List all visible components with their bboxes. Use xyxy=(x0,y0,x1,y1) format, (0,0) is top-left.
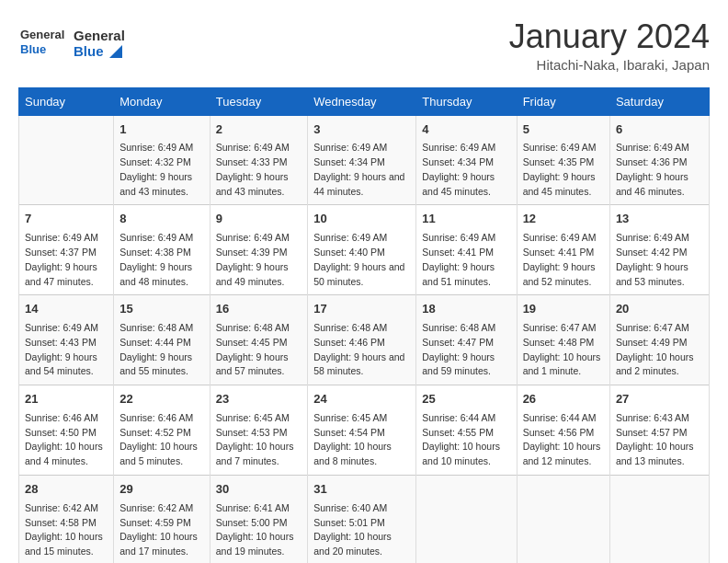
calendar-cell: 30Sunrise: 6:41 AMSunset: 5:00 PMDayligh… xyxy=(210,475,307,563)
day-info: Sunrise: 6:48 AMSunset: 4:46 PMDaylight:… xyxy=(313,321,410,379)
day-info: Sunrise: 6:44 AMSunset: 4:56 PMDaylight:… xyxy=(523,411,604,469)
day-number: 6 xyxy=(616,121,703,139)
calendar-cell: 22Sunrise: 6:46 AMSunset: 4:52 PMDayligh… xyxy=(114,385,210,476)
calendar-cell: 19Sunrise: 6:47 AMSunset: 4:48 PMDayligh… xyxy=(517,295,609,385)
page-header: General Blue General Blue January 2024 H… xyxy=(18,18,710,73)
day-info: Sunrise: 6:49 AMSunset: 4:41 PMDaylight:… xyxy=(523,231,604,289)
day-info: Sunrise: 6:49 AMSunset: 4:41 PMDaylight:… xyxy=(422,231,510,289)
calendar-cell: 4Sunrise: 6:49 AMSunset: 4:34 PMDaylight… xyxy=(416,115,517,205)
calendar-cell: 13Sunrise: 6:49 AMSunset: 4:42 PMDayligh… xyxy=(609,205,709,295)
logo-blue: Blue xyxy=(74,43,104,59)
calendar-cell: 23Sunrise: 6:45 AMSunset: 4:53 PMDayligh… xyxy=(210,385,307,476)
day-info: Sunrise: 6:45 AMSunset: 4:54 PMDaylight:… xyxy=(313,411,410,469)
day-number: 18 xyxy=(422,301,510,318)
calendar-cell: 31Sunrise: 6:40 AMSunset: 5:01 PMDayligh… xyxy=(308,475,416,563)
calendar-cell: 7Sunrise: 6:49 AMSunset: 4:37 PMDaylight… xyxy=(19,205,114,295)
col-header-sunday: Sunday xyxy=(19,87,114,115)
day-info: Sunrise: 6:49 AMSunset: 4:36 PMDaylight:… xyxy=(616,141,703,199)
day-number: 29 xyxy=(119,481,204,499)
calendar-cell: 1Sunrise: 6:49 AMSunset: 4:32 PMDaylight… xyxy=(114,115,210,205)
calendar-cell: 27Sunrise: 6:43 AMSunset: 4:57 PMDayligh… xyxy=(609,385,709,476)
day-info: Sunrise: 6:49 AMSunset: 4:35 PMDaylight:… xyxy=(523,141,604,199)
calendar-cell: 9Sunrise: 6:49 AMSunset: 4:39 PMDaylight… xyxy=(210,205,307,295)
day-number: 21 xyxy=(25,391,108,408)
day-info: Sunrise: 6:49 AMSunset: 4:38 PMDaylight:… xyxy=(119,231,204,289)
day-number: 15 xyxy=(119,301,204,318)
calendar-cell: 3Sunrise: 6:49 AMSunset: 4:34 PMDaylight… xyxy=(308,115,416,205)
day-info: Sunrise: 6:48 AMSunset: 4:47 PMDaylight:… xyxy=(422,321,510,379)
day-number: 12 xyxy=(523,211,604,228)
calendar-cell: 11Sunrise: 6:49 AMSunset: 4:41 PMDayligh… xyxy=(416,205,517,295)
logo-general: General xyxy=(74,28,125,43)
day-info: Sunrise: 6:49 AMSunset: 4:32 PMDaylight:… xyxy=(119,141,204,199)
day-number: 22 xyxy=(119,391,204,408)
calendar-table: SundayMondayTuesdayWednesdayThursdayFrid… xyxy=(18,87,710,563)
day-number: 31 xyxy=(313,481,410,499)
day-info: Sunrise: 6:46 AMSunset: 4:52 PMDaylight:… xyxy=(119,411,204,469)
calendar-cell xyxy=(19,115,114,205)
calendar-cell: 14Sunrise: 6:49 AMSunset: 4:43 PMDayligh… xyxy=(19,295,114,385)
day-number: 13 xyxy=(616,211,703,228)
day-info: Sunrise: 6:42 AMSunset: 4:58 PMDaylight:… xyxy=(25,501,108,559)
calendar-cell: 5Sunrise: 6:49 AMSunset: 4:35 PMDaylight… xyxy=(517,115,609,205)
day-info: Sunrise: 6:47 AMSunset: 4:48 PMDaylight:… xyxy=(523,321,604,379)
col-header-friday: Friday xyxy=(517,87,609,115)
day-number: 17 xyxy=(313,301,410,318)
calendar-cell: 2Sunrise: 6:49 AMSunset: 4:33 PMDaylight… xyxy=(210,115,307,205)
calendar-cell: 12Sunrise: 6:49 AMSunset: 4:41 PMDayligh… xyxy=(517,205,609,295)
day-number: 24 xyxy=(313,391,410,408)
day-number: 30 xyxy=(216,481,301,499)
day-info: Sunrise: 6:47 AMSunset: 4:49 PMDaylight:… xyxy=(616,321,703,379)
calendar-cell xyxy=(416,475,517,563)
calendar-cell: 29Sunrise: 6:42 AMSunset: 4:59 PMDayligh… xyxy=(114,475,210,563)
calendar-cell: 16Sunrise: 6:48 AMSunset: 4:45 PMDayligh… xyxy=(210,295,307,385)
day-number: 28 xyxy=(25,481,108,499)
calendar-cell: 24Sunrise: 6:45 AMSunset: 4:54 PMDayligh… xyxy=(308,385,416,476)
calendar-cell: 10Sunrise: 6:49 AMSunset: 4:40 PMDayligh… xyxy=(308,205,416,295)
calendar-cell: 18Sunrise: 6:48 AMSunset: 4:47 PMDayligh… xyxy=(416,295,517,385)
col-header-saturday: Saturday xyxy=(609,87,709,115)
day-number: 9 xyxy=(216,211,301,228)
location: Hitachi-Naka, Ibaraki, Japan xyxy=(509,57,710,73)
day-info: Sunrise: 6:43 AMSunset: 4:57 PMDaylight:… xyxy=(616,411,703,469)
day-info: Sunrise: 6:49 AMSunset: 4:34 PMDaylight:… xyxy=(313,141,410,199)
day-info: Sunrise: 6:49 AMSunset: 4:39 PMDaylight:… xyxy=(216,231,301,289)
calendar-cell: 28Sunrise: 6:42 AMSunset: 4:58 PMDayligh… xyxy=(19,475,114,563)
col-header-wednesday: Wednesday xyxy=(308,87,416,115)
day-number: 16 xyxy=(216,301,301,318)
day-number: 10 xyxy=(313,211,410,228)
week-row-3: 14Sunrise: 6:49 AMSunset: 4:43 PMDayligh… xyxy=(19,295,710,385)
day-info: Sunrise: 6:41 AMSunset: 5:00 PMDaylight:… xyxy=(216,501,301,559)
day-number: 4 xyxy=(422,121,510,139)
day-number: 3 xyxy=(313,121,410,139)
day-info: Sunrise: 6:49 AMSunset: 4:42 PMDaylight:… xyxy=(616,231,703,289)
col-header-monday: Monday xyxy=(114,87,210,115)
day-number: 25 xyxy=(422,391,510,408)
day-info: Sunrise: 6:44 AMSunset: 4:55 PMDaylight:… xyxy=(422,411,510,469)
calendar-cell: 15Sunrise: 6:48 AMSunset: 4:44 PMDayligh… xyxy=(114,295,210,385)
calendar-cell xyxy=(609,475,709,563)
month-title: January 2024 xyxy=(509,18,710,55)
calendar-cell xyxy=(517,475,609,563)
week-row-1: 1Sunrise: 6:49 AMSunset: 4:32 PMDaylight… xyxy=(19,115,710,205)
day-number: 8 xyxy=(119,211,204,228)
calendar-cell: 25Sunrise: 6:44 AMSunset: 4:55 PMDayligh… xyxy=(416,385,517,476)
day-info: Sunrise: 6:48 AMSunset: 4:44 PMDaylight:… xyxy=(119,321,204,379)
day-number: 23 xyxy=(216,391,301,408)
day-number: 7 xyxy=(25,211,108,228)
calendar-cell: 26Sunrise: 6:44 AMSunset: 4:56 PMDayligh… xyxy=(517,385,609,476)
logo: General Blue General Blue xyxy=(18,18,125,69)
day-info: Sunrise: 6:46 AMSunset: 4:50 PMDaylight:… xyxy=(25,411,108,469)
day-number: 5 xyxy=(523,121,604,139)
day-info: Sunrise: 6:40 AMSunset: 5:01 PMDaylight:… xyxy=(313,501,410,559)
calendar-cell: 8Sunrise: 6:49 AMSunset: 4:38 PMDaylight… xyxy=(114,205,210,295)
week-row-5: 28Sunrise: 6:42 AMSunset: 4:58 PMDayligh… xyxy=(19,475,710,563)
day-number: 26 xyxy=(523,391,604,408)
day-info: Sunrise: 6:49 AMSunset: 4:43 PMDaylight:… xyxy=(25,321,108,379)
day-number: 11 xyxy=(422,211,510,228)
col-header-tuesday: Tuesday xyxy=(210,87,307,115)
col-header-thursday: Thursday xyxy=(416,87,517,115)
svg-text:Blue: Blue xyxy=(20,42,46,56)
day-number: 20 xyxy=(616,301,703,318)
day-info: Sunrise: 6:49 AMSunset: 4:34 PMDaylight:… xyxy=(422,141,510,199)
